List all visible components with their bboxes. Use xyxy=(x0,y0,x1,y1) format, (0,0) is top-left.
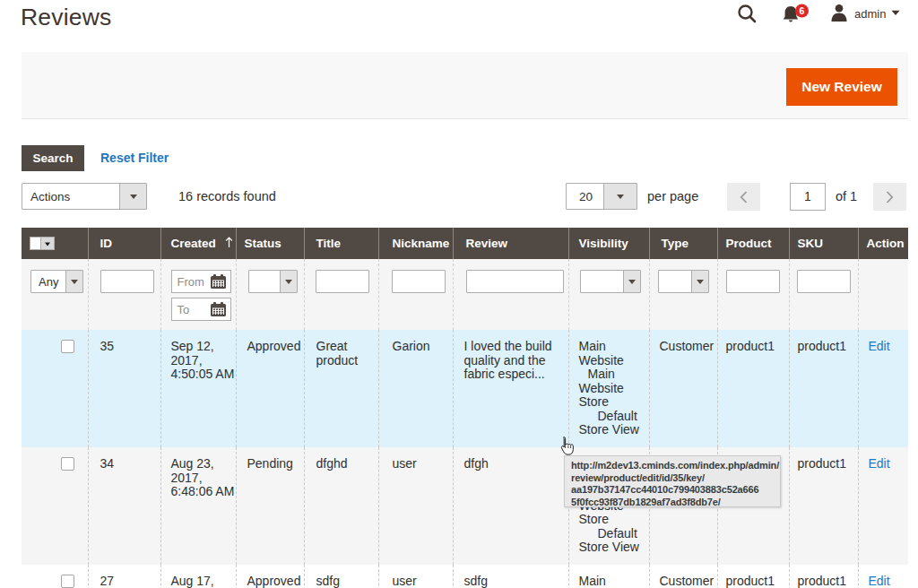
svg-text:6: 6 xyxy=(800,5,805,16)
